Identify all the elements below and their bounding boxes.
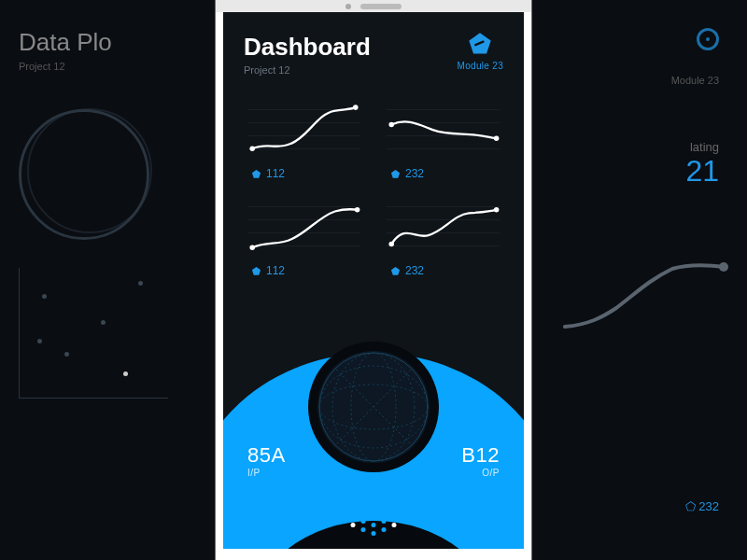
input-stat-label: I/P: [247, 468, 286, 478]
phone-frame: Dashboard Project 12 Module 23: [216, 0, 531, 560]
background-left-panel: Data Plo Project 12: [0, 0, 215, 560]
phone-notch: [216, 0, 531, 12]
globe-icon: [317, 351, 430, 463]
pentagon-icon: [467, 31, 493, 57]
chart-value: 232: [405, 264, 424, 277]
dot-icon: [372, 514, 376, 519]
speaker-icon: [360, 4, 402, 9]
globe-widget[interactable]: [308, 342, 439, 472]
pagination-dots[interactable]: [351, 514, 397, 536]
chart-card[interactable]: 232: [377, 189, 509, 279]
module-label: Module 23: [458, 61, 503, 71]
bg-module-label: Module 23: [671, 75, 719, 86]
svg-marker-7: [391, 169, 400, 177]
bg-scatter-graphic: [19, 268, 168, 399]
bg-plating-value: 21: [685, 154, 719, 189]
bg-disc-icon: [697, 28, 719, 50]
sparkline-chart: [244, 98, 364, 163]
pentagon-icon: [390, 169, 401, 179]
bg-spark-value: 232: [698, 499, 719, 513]
chart-badge: 232: [383, 167, 503, 180]
sparkline-chart: [383, 98, 503, 163]
chart-card[interactable]: 112: [238, 92, 370, 182]
svg-point-8: [249, 245, 255, 250]
pentagon-icon: [251, 266, 261, 276]
sparkline-chart: [383, 195, 503, 260]
camera-icon: [345, 4, 351, 9]
bg-plating-label: lating: [685, 140, 719, 154]
app-screen: Dashboard Project 12 Module 23: [223, 12, 524, 549]
svg-marker-4: [252, 169, 261, 177]
dot-icon: [382, 519, 387, 524]
chart-badge: 232: [383, 264, 503, 277]
input-stat-value: 85A: [247, 443, 286, 468]
bg-sparkline: [560, 252, 728, 345]
pentagon-icon: [251, 169, 261, 179]
header: Dashboard Project 12 Module 23: [223, 12, 524, 83]
dot-icon: [361, 527, 366, 532]
chart-value: 232: [405, 167, 424, 180]
svg-point-9: [355, 207, 360, 213]
pentagon-icon: ⬠: [685, 499, 696, 513]
svg-point-6: [494, 136, 500, 142]
sparkline-chart: [244, 195, 364, 260]
dot-icon: [351, 523, 356, 527]
dot-icon: [392, 523, 397, 527]
chart-card[interactable]: 232: [377, 92, 509, 182]
bg-left-title: Data Plo: [19, 28, 196, 57]
svg-point-12: [494, 207, 500, 213]
dot-icon: [382, 527, 387, 532]
svg-point-0: [719, 262, 728, 272]
dot-icon: [372, 531, 376, 536]
svg-marker-10: [252, 266, 261, 274]
chart-value: 112: [266, 264, 285, 277]
module-badge[interactable]: Module 23: [458, 31, 503, 71]
svg-marker-13: [391, 266, 400, 274]
chart-badge: 112: [244, 167, 364, 180]
bg-plating-stat: lating 21: [685, 140, 719, 189]
input-stat: 85A I/P: [247, 443, 286, 478]
svg-point-11: [388, 242, 394, 247]
svg-point-3: [353, 105, 359, 110]
chart-value: 112: [266, 167, 285, 180]
bg-circle-graphic: [19, 109, 149, 240]
dot-icon: [361, 519, 366, 524]
output-stat-label: O/P: [461, 468, 500, 478]
chart-badge: 112: [244, 264, 364, 277]
output-stat: B12 O/P: [461, 443, 500, 478]
pentagon-icon: [390, 266, 401, 276]
bg-spark-badge: ⬠ 232: [685, 499, 719, 513]
bg-left-subtitle: Project 12: [19, 61, 196, 72]
dot-icon: [372, 523, 376, 527]
background-right-panel: Module 23 lating 21 ⬠ 232: [532, 0, 747, 560]
svg-point-2: [249, 147, 255, 152]
footer-panel: 85A I/P B12 O/P: [223, 336, 524, 549]
chart-card[interactable]: 112: [238, 189, 370, 279]
output-stat-value: B12: [461, 443, 500, 468]
chart-grid: 112 232: [223, 83, 524, 283]
svg-point-5: [388, 122, 394, 128]
